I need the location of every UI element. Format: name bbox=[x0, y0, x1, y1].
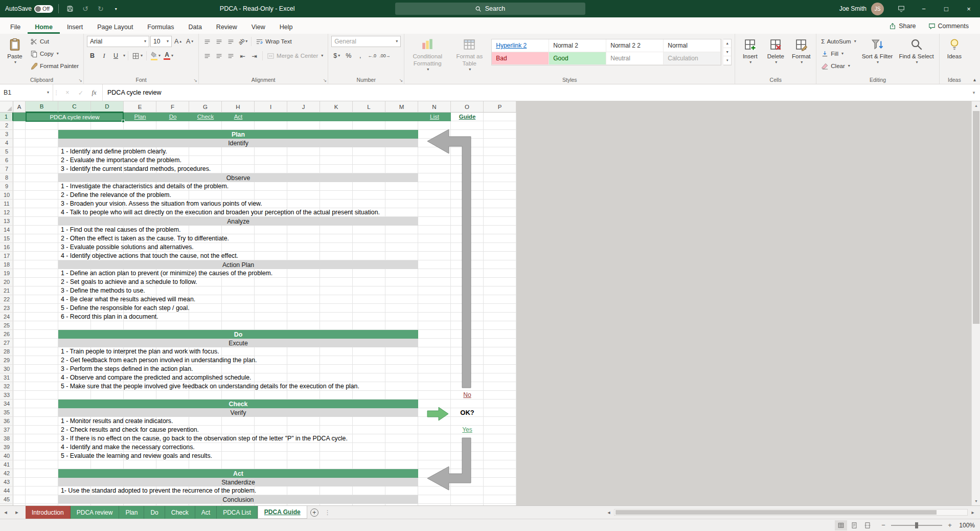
find-select-button[interactable]: Find & Select▾ bbox=[897, 36, 936, 76]
row-header-23[interactable]: 23 bbox=[0, 304, 13, 313]
cell-text-excute-3[interactable]: 3 - Perform the steps defined in the act… bbox=[58, 365, 193, 373]
sheet-tab-pdca-review[interactable]: PDCA review bbox=[71, 506, 120, 519]
row-header-11[interactable]: 11 bbox=[0, 200, 13, 208]
row-header-41[interactable]: 41 bbox=[0, 460, 13, 469]
ribbon-tab-home[interactable]: Home bbox=[28, 20, 60, 34]
accounting-format-button[interactable]: $▾ bbox=[331, 50, 342, 61]
cell-text-observe-2[interactable]: 2 - Define the relevance of the problem. bbox=[58, 191, 171, 200]
row-header-43[interactable]: 43 bbox=[0, 478, 13, 486]
normal-view-button[interactable] bbox=[835, 520, 847, 530]
formula-input[interactable]: PDCA cycle review bbox=[103, 84, 968, 101]
row-header-19[interactable]: 19 bbox=[0, 269, 13, 278]
cell-text-analyze-2[interactable]: 2 - Often the effect is taken as the cau… bbox=[58, 234, 229, 243]
align-bottom-button[interactable] bbox=[225, 36, 236, 47]
ribbon-tab-view[interactable]: View bbox=[244, 20, 272, 34]
row-header-29[interactable]: 29 bbox=[0, 356, 13, 365]
cell-text-observe-3[interactable]: 3 - Broaden your vision. Assess the situ… bbox=[58, 200, 262, 208]
number-dialog-launcher[interactable]: ↘ bbox=[399, 78, 403, 83]
row-header-21[interactable]: 21 bbox=[0, 286, 13, 295]
paste-button[interactable]: Paste▾ bbox=[3, 36, 27, 76]
align-top-button[interactable] bbox=[202, 36, 213, 47]
subsection-header-standerdize[interactable]: Standerdize bbox=[58, 478, 418, 486]
gallery-down-button[interactable]: ▼ bbox=[723, 48, 731, 57]
scroll-right-button[interactable]: ▸ bbox=[969, 510, 977, 515]
row-header-37[interactable]: 37 bbox=[0, 426, 13, 434]
cell-text-identify-1[interactable]: 1 - Identify and define problem clearly. bbox=[58, 147, 167, 156]
align-left-button[interactable] bbox=[202, 50, 213, 61]
user-name[interactable]: Joe Smith bbox=[839, 5, 867, 12]
ribbon-tab-formulas[interactable]: Formulas bbox=[140, 20, 181, 34]
row-header-20[interactable]: 20 bbox=[0, 278, 13, 286]
page-layout-view-button[interactable] bbox=[848, 520, 860, 530]
row-header-5[interactable]: 5 bbox=[0, 147, 13, 156]
cell-text-verify-1[interactable]: 1 - Monitor results and create indicator… bbox=[58, 417, 173, 426]
subsection-header-verify[interactable]: Verify bbox=[58, 408, 418, 417]
new-sheet-button[interactable]: + bbox=[307, 506, 322, 519]
cell-text-analyze-1[interactable]: 1 - Find out the real causes of the prob… bbox=[58, 226, 180, 234]
row-header-30[interactable]: 30 bbox=[0, 365, 13, 373]
cell-style-normal-2-2[interactable]: Normal 2 2 bbox=[606, 39, 664, 52]
increase-font-size-button[interactable]: A▲ bbox=[173, 36, 184, 47]
conditional-formatting-button[interactable]: Conditional Formatting▾ bbox=[407, 36, 447, 76]
redo-button[interactable]: ↻ bbox=[95, 0, 107, 17]
cell-style-hyperlink-2[interactable]: Hyperlink 2 bbox=[492, 39, 549, 52]
column-header-O[interactable]: O bbox=[451, 101, 484, 113]
user-avatar[interactable]: JS bbox=[871, 3, 884, 15]
scroll-down-button[interactable]: ▼ bbox=[972, 497, 980, 505]
column-header-C[interactable]: C bbox=[58, 101, 91, 113]
tab-scroll-splitter[interactable]: ⋮ bbox=[322, 506, 334, 519]
cell-text-verify-3[interactable]: 3 - If there is no effect on the cause, … bbox=[58, 434, 348, 443]
number-format-select[interactable]: General▾ bbox=[331, 36, 401, 47]
percent-style-button[interactable]: % bbox=[343, 50, 354, 61]
zoom-in-button[interactable]: + bbox=[946, 521, 953, 529]
nav-link-check[interactable]: Check bbox=[189, 113, 222, 121]
sheet-tab-pdca-list[interactable]: PDCA List bbox=[217, 506, 258, 519]
row-header-14[interactable]: 14 bbox=[0, 226, 13, 234]
decrease-indent-button[interactable]: ⇤ bbox=[237, 50, 248, 61]
autosave-switch[interactable]: Off bbox=[34, 5, 53, 13]
row-header-17[interactable]: 17 bbox=[0, 252, 13, 260]
sheet-tab-introduction[interactable]: Introduction bbox=[26, 506, 71, 519]
zoom-out-button[interactable]: − bbox=[880, 521, 887, 529]
decrease-font-size-button[interactable]: A▼ bbox=[185, 36, 195, 47]
row-header-40[interactable]: 40 bbox=[0, 452, 13, 460]
clipboard-dialog-launcher[interactable]: ↘ bbox=[79, 78, 83, 83]
font-size-select[interactable]: 10▾ bbox=[150, 36, 172, 47]
comma-style-button[interactable]: , bbox=[355, 50, 366, 61]
cell-text-verify-2[interactable]: 2 - Check results and check for cause pr… bbox=[58, 426, 199, 434]
column-header-B[interactable]: B bbox=[26, 101, 58, 113]
increase-indent-button[interactable]: ⇥ bbox=[249, 50, 260, 61]
subsection-header-observe[interactable]: Observe bbox=[58, 173, 418, 182]
row-header-35[interactable]: 35 bbox=[0, 408, 13, 417]
gallery-up-button[interactable]: ▲ bbox=[723, 39, 731, 48]
vertical-scroll-track[interactable] bbox=[972, 110, 980, 497]
cell-text-standerdize-1[interactable]: 1- Use the standard adopted to prevent t… bbox=[58, 486, 256, 495]
column-header-J[interactable]: J bbox=[287, 101, 320, 113]
column-header-D[interactable]: D bbox=[91, 101, 124, 113]
section-header-check[interactable]: Check bbox=[58, 400, 418, 408]
autosum-button[interactable]: ΣAutoSum▾ bbox=[819, 36, 857, 47]
vertical-scroll-thumb[interactable] bbox=[973, 111, 979, 324]
section-header-plan[interactable]: Plan bbox=[58, 130, 418, 139]
cell-style-neutral[interactable]: Neutral bbox=[606, 52, 664, 65]
row-header-32[interactable]: 32 bbox=[0, 382, 13, 391]
sheet-nav-left-button[interactable]: ◂ bbox=[0, 506, 11, 519]
selected-cell-B1[interactable]: PDCA cycle review bbox=[26, 113, 124, 122]
cell-text-excute-4[interactable]: 4 - Observe and compare the predicted an… bbox=[58, 373, 252, 382]
zoom-slider-knob[interactable] bbox=[915, 522, 918, 528]
sheet-tab-do[interactable]: Do bbox=[144, 506, 165, 519]
formula-bar-handle[interactable]: ⋮ bbox=[53, 84, 59, 101]
cancel-entry-button[interactable]: × bbox=[61, 89, 74, 96]
row-header-25[interactable]: 25 bbox=[0, 321, 13, 330]
column-header-M[interactable]: M bbox=[385, 101, 418, 113]
column-header-G[interactable]: G bbox=[189, 101, 222, 113]
align-center-button[interactable] bbox=[214, 50, 224, 61]
bold-button[interactable]: B bbox=[87, 50, 98, 61]
cell-style-calculation[interactable]: Calculation bbox=[664, 52, 721, 65]
cell-style-bad[interactable]: Bad bbox=[492, 52, 549, 65]
search-box[interactable]: Search bbox=[395, 3, 585, 15]
cell-text-analyze-4[interactable]: 4 - Identify objective actions that touc… bbox=[58, 252, 238, 260]
row-header-18[interactable]: 18 bbox=[0, 260, 13, 269]
row-header-16[interactable]: 16 bbox=[0, 243, 13, 252]
horizontal-scroll-track[interactable] bbox=[614, 509, 968, 516]
